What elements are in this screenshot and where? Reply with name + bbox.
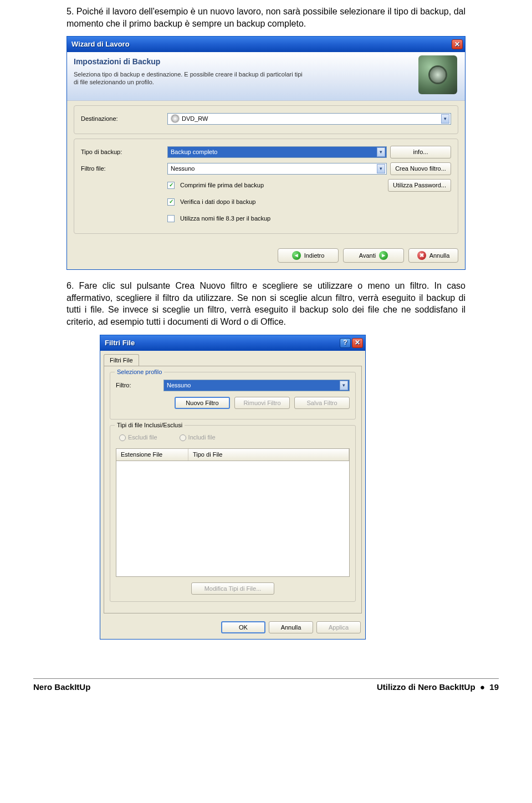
ribbon-subtitle: Seleziona tipo di backup e destinazione.…: [74, 70, 306, 86]
wizard-header-ribbon: Impostazioni di Backup Seleziona tipo di…: [67, 52, 465, 101]
use-password-button[interactable]: Utilizza Password...: [388, 179, 451, 192]
stop-icon: ✖: [417, 251, 426, 260]
back-button[interactable]: ◄ Indietro: [278, 248, 339, 263]
file-filter-combo[interactable]: Nessuno ▾: [167, 163, 387, 175]
close-icon[interactable]: ✕: [352, 338, 363, 348]
tab-file-filters[interactable]: Filtri File: [104, 354, 139, 366]
verify-label: Verifica i dati dopo il backup: [180, 198, 255, 206]
help-icon[interactable]: ?: [340, 338, 351, 348]
file-types-list[interactable]: [116, 461, 350, 577]
arrow-left-icon: ◄: [292, 251, 301, 260]
back-button-label: Indietro: [304, 252, 325, 260]
compress-label: Comprimi file prima del backup: [180, 181, 385, 190]
footer-left: Nero BackItUp: [33, 682, 90, 692]
cancel-button[interactable]: Annulla: [269, 621, 313, 633]
file-filters-dialog: Filtri File ? ✕ Filtri File Selezione pr…: [100, 335, 366, 640]
destination-label: Destinazione:: [81, 115, 164, 123]
profile-selection-fieldset: Selezione profilo Filtro: Nessuno ▾ Nuov…: [110, 372, 356, 420]
verify-checkbox[interactable]: ✓: [167, 198, 175, 206]
cancel-button-label: Annulla: [429, 252, 450, 260]
ok-button[interactable]: OK: [221, 621, 265, 633]
chevron-down-icon[interactable]: ▾: [340, 381, 348, 390]
file-types-fieldset: Tipi di file Inclusi/Esclusi Escludi fil…: [110, 425, 356, 602]
chevron-down-icon[interactable]: ▾: [377, 164, 385, 173]
options-group: Tipo di backup: Backup completo ▾ info..…: [74, 139, 458, 234]
backup-type-combo[interactable]: Backup completo ▾: [167, 146, 387, 158]
new-filter-button[interactable]: Nuovo Filtro: [175, 397, 230, 409]
arrow-right-icon: ►: [379, 251, 388, 260]
chevron-down-icon[interactable]: ▾: [377, 147, 385, 157]
paragraph-5: 5. Poiché il lavoro dell'esempio è un nu…: [66, 6, 466, 29]
page-footer: Nero BackItUp Utilizzo di Nero BackItUp …: [0, 679, 532, 703]
modify-file-types-button: Modifica Tipi di File...: [191, 582, 274, 595]
compress-checkbox[interactable]: ✓: [167, 182, 175, 189]
info-button[interactable]: info...: [390, 146, 451, 158]
footer-page-number: 19: [489, 682, 499, 692]
disc-icon: [171, 114, 180, 123]
save-filter-button: Salva Filtro: [294, 397, 350, 409]
file-filter-value: Nessuno: [171, 165, 195, 173]
file-filter-label: Filtro file:: [81, 165, 164, 173]
chevron-down-icon[interactable]: ▾: [441, 114, 449, 124]
include-radio-label: Includi file: [188, 433, 216, 442]
wizard-window: Wizard di Lavoro ✕ Impostazioni di Backu…: [66, 36, 466, 270]
file-types-header: Estensione File Tipo di File: [116, 448, 350, 461]
use83-label: Utilizza nomi file 8.3 per il backup: [180, 214, 270, 223]
file-filters-titlebar: Filtri File ? ✕: [100, 335, 365, 351]
include-radio: [180, 434, 186, 441]
destination-group: Destinazione: DVD_RW ▾: [74, 105, 458, 134]
safe-icon: [418, 55, 457, 94]
wizard-title: Wizard di Lavoro: [71, 39, 130, 49]
paragraph-6: 6. Fare clic sul pulsante Crea Nuovo fil…: [66, 280, 466, 328]
cancel-button[interactable]: ✖ Annulla: [408, 248, 458, 263]
filter-label: Filtro:: [116, 381, 160, 390]
file-filters-title: Filtri File: [105, 338, 135, 348]
bullet-icon: ●: [480, 682, 485, 692]
wizard-nav: ◄ Indietro Avanti ► ✖ Annulla: [67, 244, 465, 269]
col-extension[interactable]: Estensione File: [116, 449, 188, 461]
exclude-radio: [119, 434, 126, 441]
ribbon-title: Impostazioni di Backup: [74, 57, 458, 67]
destination-combo[interactable]: DVD_RW ▾: [167, 113, 451, 125]
wizard-titlebar: Wizard di Lavoro ✕: [67, 37, 465, 52]
filter-combo[interactable]: Nessuno ▾: [163, 380, 350, 391]
next-button[interactable]: Avanti ►: [343, 248, 404, 263]
col-filetype[interactable]: Tipo di File: [188, 449, 349, 461]
backup-type-value: Backup completo: [171, 148, 217, 156]
file-types-legend: Tipi di file Inclusi/Esclusi: [115, 421, 185, 429]
backup-type-label: Tipo di backup:: [81, 148, 164, 156]
remove-filter-button: Rimuovi Filtro: [234, 397, 290, 409]
create-new-filter-button[interactable]: Crea Nuovo filtro...: [390, 162, 451, 175]
profile-selection-legend: Selezione profilo: [115, 368, 164, 376]
next-button-label: Avanti: [359, 252, 376, 260]
footer-right-prefix: Utilizzo di Nero BackItUp: [377, 682, 475, 692]
dialog-button-row: OK Annulla Applica: [100, 617, 365, 639]
footer-right: Utilizzo di Nero BackItUp ● 19: [377, 682, 499, 692]
exclude-radio-label: Escludi file: [128, 433, 157, 442]
filter-combo-value: Nessuno: [167, 381, 191, 390]
close-icon[interactable]: ✕: [452, 39, 463, 49]
use83-checkbox[interactable]: [167, 215, 175, 222]
destination-value: DVD_RW: [182, 115, 208, 123]
apply-button: Applica: [316, 621, 361, 633]
